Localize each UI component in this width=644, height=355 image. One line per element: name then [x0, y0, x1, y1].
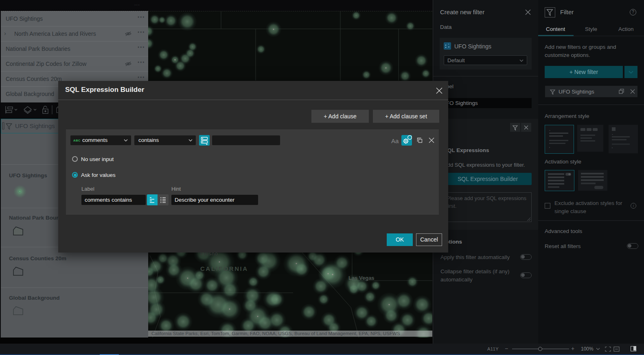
- svg-text:Las Vegas: Las Vegas: [348, 275, 375, 281]
- svg-text:CALIFORNIA: CALIFORNIA: [200, 265, 248, 272]
